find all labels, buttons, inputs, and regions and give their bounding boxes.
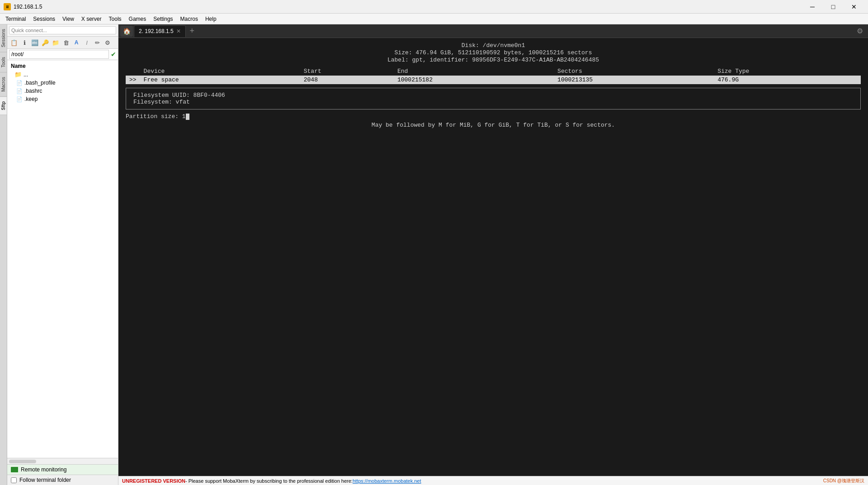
follow-terminal-checkbox[interactable]	[11, 477, 17, 483]
toolbar-italic[interactable]: I	[82, 38, 92, 48]
watermark: CSDN @瑰瑭登斯汉	[823, 478, 864, 484]
terminal-area: 🏠 2. 192.168.1.5 ✕ + ⚙ Disk: /dev/nvme0n…	[118, 24, 868, 485]
path-input[interactable]	[9, 50, 109, 59]
file-toolbar: 📋 ℹ 🔤 🔑 📁 🗑 A I ✏ ⚙	[7, 37, 118, 49]
tree-item-label: ...	[24, 71, 28, 78]
tab-label: 2. 192.168.1.5	[139, 28, 174, 34]
toolbar-rename[interactable]: 🔤	[30, 38, 40, 48]
path-bar: ✔	[7, 49, 118, 60]
tree-item-keep[interactable]: 📄 .keep	[7, 95, 118, 103]
disk-line2: Size: 476.94 GiB, 512110190592 bytes, 10…	[126, 49, 861, 56]
tree-item-bash-profile[interactable]: 📄 .bash_profile	[7, 79, 118, 87]
active-tab[interactable]: 2. 192.168.1.5 ✕	[134, 25, 186, 37]
toolbar-a[interactable]: A	[71, 38, 81, 48]
info-line1: Filesystem UUID: 8BF0-4406	[133, 92, 853, 99]
col-size-type: Size Type	[714, 67, 861, 76]
tab-bar: 🏠 2. 192.168.1.5 ✕ + ⚙	[118, 24, 868, 38]
tree-item-label: .keep	[24, 96, 38, 102]
disk-line1: Disk: /dev/nvme0n1	[126, 42, 861, 49]
quick-connect-input[interactable]	[9, 26, 116, 34]
toolbar-edit[interactable]: ✏	[92, 38, 102, 48]
row-end: 1000215182	[394, 76, 554, 84]
new-tab-button[interactable]: +	[187, 26, 198, 37]
partition-size-label: Partition size:	[126, 113, 182, 120]
vtab-sftp[interactable]: Sftp	[0, 97, 7, 115]
tree-item-dotdot[interactable]: 📁 ...	[7, 70, 118, 79]
disk-info-header: Disk: /dev/nvme0n1 Size: 476.94 GiB, 512…	[126, 42, 861, 63]
status-message: - Please support MobaXterm by subscribin…	[185, 478, 353, 484]
col-sectors: Sectors	[554, 67, 714, 76]
vtab-tools[interactable]: Tools	[0, 52, 7, 72]
info-box: Filesystem UUID: 8BF0-4406 Filesystem: v…	[126, 88, 861, 109]
status-bar: UNREGISTERED VERSION - Please support Mo…	[118, 476, 868, 485]
terminal-content[interactable]: Disk: /dev/nvme0n1 Size: 476.94 GiB, 512…	[118, 38, 868, 476]
vtab-macros[interactable]: Macros	[0, 72, 7, 97]
menu-macros[interactable]: Macros	[177, 15, 202, 23]
toolbar-settings[interactable]: ⚙	[103, 38, 113, 48]
row-device: Free space	[140, 76, 300, 84]
help-text: May be followed by M for MiB, G for GiB,…	[126, 122, 861, 128]
menu-games[interactable]: Games	[125, 15, 150, 23]
col-start: Start	[300, 67, 394, 76]
name-column-header: Name	[11, 63, 26, 69]
tree-item-label: .bash_profile	[24, 80, 56, 86]
row-start: 2048	[300, 76, 394, 84]
horizontal-scrollbar[interactable]	[9, 460, 36, 463]
maximize-button[interactable]: □	[823, 0, 844, 14]
tree-item-bashrc[interactable]: 📄 .bashrc	[7, 87, 118, 95]
file-icon: 📄	[16, 80, 23, 86]
partition-table: Device Start End Sectors Size Type >> Fr…	[126, 67, 861, 84]
row-arrow: >>	[126, 76, 140, 84]
toolbar-copy[interactable]: 📋	[9, 38, 19, 48]
col-arrow	[126, 67, 140, 76]
menu-xserver[interactable]: X server	[78, 15, 105, 23]
cursor-block	[186, 114, 189, 120]
minimize-button[interactable]: ─	[802, 0, 823, 14]
partition-size-value: 1	[182, 113, 189, 120]
follow-terminal-bar: Follow terminal folder	[7, 475, 118, 485]
tree-item-label: .bashrc	[24, 88, 42, 94]
remote-monitoring-btn[interactable]: Remote monitoring	[7, 464, 118, 475]
menu-view[interactable]: View	[59, 15, 78, 23]
file-icon: 📄	[16, 96, 23, 102]
home-tab-button[interactable]: 🏠	[120, 26, 133, 37]
col-end: End	[394, 67, 554, 76]
disk-line3: Label: gpt, identifier: 98956DF3-E249-43…	[126, 57, 861, 63]
vtab-sessions[interactable]: Sessions	[0, 24, 7, 52]
toolbar-delete[interactable]: 🗑	[61, 38, 71, 48]
folder-icon: 📁	[14, 71, 22, 78]
menu-sessions[interactable]: Sessions	[29, 15, 59, 23]
row-sectors: 1000213135	[554, 76, 714, 84]
partition-size-line: Partition size: 1	[126, 113, 861, 120]
close-button[interactable]: ✕	[844, 0, 864, 14]
left-panel: Sessions Tools Macros Sftp 📋 ℹ 🔤 🔑 📁 🗑	[0, 24, 118, 485]
title-bar: 🖥 192.168.1.5 ─ □ ✕	[0, 0, 868, 14]
app-icon: 🖥	[4, 3, 11, 10]
toolbar-info[interactable]: ℹ	[19, 38, 29, 48]
toolbar-newfolder[interactable]: 📁	[51, 38, 61, 48]
tab-close-icon[interactable]: ✕	[176, 28, 181, 34]
path-ok-icon[interactable]: ✔	[111, 51, 116, 58]
follow-terminal-label: Follow terminal folder	[19, 477, 71, 483]
file-tree: Name 📁 ... 📄 .bash_profile 📄 .bashrc	[7, 60, 118, 458]
menu-tools[interactable]: Tools	[105, 15, 125, 23]
menu-help[interactable]: Help	[202, 15, 220, 23]
remote-monitoring-label: Remote monitoring	[21, 466, 66, 473]
col-device: Device	[140, 67, 300, 76]
table-row[interactable]: >> Free space 2048 1000215182 1000213135…	[126, 76, 861, 84]
info-line2: Filesystem: vfat	[133, 99, 853, 105]
status-link[interactable]: https://mobaxterm.mobatek.net	[353, 478, 421, 484]
quick-connect-bar	[7, 24, 118, 37]
tree-root-name-header: Name	[7, 62, 118, 70]
menu-terminal[interactable]: Terminal	[2, 15, 29, 23]
menu-settings[interactable]: Settings	[150, 15, 176, 23]
monitor-icon	[11, 467, 18, 472]
vertical-tabs: Sessions Tools Macros Sftp	[0, 24, 7, 485]
toolbar-permissions[interactable]: 🔑	[40, 38, 50, 48]
window-title: 192.168.1.5	[14, 4, 42, 10]
row-size: 476.9G	[714, 76, 861, 84]
menu-bar: Terminal Sessions View X server Tools Ga…	[0, 14, 868, 24]
panel-content: 📋 ℹ 🔤 🔑 📁 🗑 A I ✏ ⚙ ✔	[7, 24, 118, 485]
tab-gear-icon[interactable]: ⚙	[854, 25, 866, 38]
unregistered-label: UNREGISTERED VERSION	[122, 478, 185, 484]
